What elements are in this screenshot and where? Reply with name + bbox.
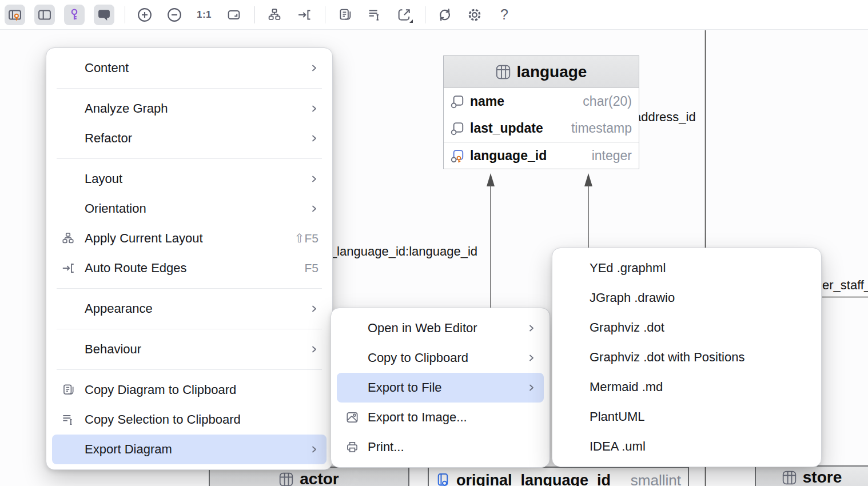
apply-layout-button[interactable] bbox=[264, 5, 285, 25]
column-row-original-language-id[interactable]: original_language_id smallint bbox=[429, 468, 688, 486]
layout-hierarchy-icon bbox=[266, 7, 282, 23]
menu-item-label: Copy Diagram to Clipboard bbox=[85, 383, 236, 397]
export-format-submenu: YEd .graphml JGraph .drawio Graphviz .do… bbox=[552, 248, 822, 467]
menu-item-refactor[interactable]: Refactor bbox=[52, 124, 327, 153]
menu-item-open-in-web-editor[interactable]: Open in Web Editor bbox=[337, 313, 544, 343]
menu-item-idea-uml[interactable]: IDEA .uml bbox=[558, 432, 815, 461]
menu-item-label: Export to File bbox=[368, 380, 442, 395]
menu-separator bbox=[57, 288, 322, 289]
menu-item-mermaid-md[interactable]: Mermaid .md bbox=[558, 372, 815, 402]
menu-item-label: Open in Web Editor bbox=[368, 321, 477, 336]
refresh-icon bbox=[436, 6, 453, 23]
column-name: name bbox=[470, 94, 504, 109]
menu-item-copy-diagram-to-clipboard[interactable]: Copy Diagram to Clipboard bbox=[52, 375, 327, 405]
dropdown-indicator-icon bbox=[409, 19, 413, 23]
menu-item-print[interactable]: Print... bbox=[337, 432, 544, 462]
menu-item-appearance[interactable]: Appearance bbox=[52, 294, 327, 324]
menu-item-behaviour[interactable]: Behaviour bbox=[52, 334, 327, 364]
menu-item-graphviz-dot-with-positions[interactable]: Graphviz .dot with Positions bbox=[558, 342, 815, 372]
zoom-in-icon bbox=[136, 6, 153, 23]
menu-item-label: Analyze Graph bbox=[85, 101, 168, 116]
submenu-chevron-icon bbox=[527, 353, 536, 362]
toolbar-separator bbox=[325, 6, 325, 23]
refresh-button[interactable] bbox=[435, 5, 455, 25]
edge-label-staff: er_staff_ bbox=[822, 278, 868, 293]
table-header-actor[interactable]: actor bbox=[210, 468, 408, 486]
help-button[interactable]: ? bbox=[494, 5, 515, 25]
table-node-language[interactable]: language name char(20) last_update times… bbox=[443, 55, 639, 169]
table-header-store[interactable]: store bbox=[756, 467, 868, 486]
menu-item-layout[interactable]: Layout bbox=[52, 164, 327, 194]
menu-item-jgraph-drawio[interactable]: JGraph .drawio bbox=[558, 283, 815, 313]
menu-separator bbox=[57, 369, 322, 370]
menu-item-label: Apply Current Layout bbox=[85, 231, 203, 246]
menu-item-label: Orientation bbox=[85, 201, 146, 216]
table-node-store[interactable]: store bbox=[755, 465, 868, 486]
fit-content-button[interactable] bbox=[224, 5, 244, 25]
column-row-name[interactable]: name char(20) bbox=[444, 88, 639, 115]
menu-item-auto-route-edges[interactable]: Auto Route Edges F5 bbox=[52, 253, 327, 283]
export-button[interactable] bbox=[394, 5, 415, 25]
menu-item-content[interactable]: Content bbox=[52, 53, 327, 83]
submenu-chevron-icon bbox=[309, 204, 318, 213]
menu-item-shortcut: ⇧F5 bbox=[294, 232, 318, 245]
menu-item-analyze-graph[interactable]: Analyze Graph bbox=[52, 94, 327, 124]
menu-item-copy-to-clipboard[interactable]: Copy to Clipboard bbox=[337, 343, 544, 373]
menu-item-graphviz-dot[interactable]: Graphviz .dot bbox=[558, 313, 815, 342]
submenu-chevron-icon bbox=[309, 345, 318, 354]
primary-key-column-icon bbox=[451, 149, 465, 163]
menu-item-export-to-image[interactable]: Export to Image... bbox=[337, 403, 544, 432]
submenu-chevron-icon bbox=[527, 383, 536, 392]
copy-icon bbox=[61, 383, 85, 397]
submenu-chevron-icon bbox=[309, 445, 318, 454]
menu-item-label: Behaviour bbox=[85, 342, 141, 357]
menu-item-label: Print... bbox=[368, 440, 404, 455]
menu-item-plantuml[interactable]: PlantUML bbox=[558, 402, 815, 432]
copy-icon bbox=[337, 7, 353, 23]
edge-label-address-id: address_id bbox=[634, 110, 696, 125]
key-icon bbox=[66, 7, 82, 23]
submenu-chevron-icon bbox=[309, 134, 318, 143]
menu-item-orientation[interactable]: Orientation bbox=[52, 194, 327, 224]
export-diagram-submenu: Open in Web Editor Copy to Clipboard Exp… bbox=[331, 308, 550, 468]
route-edges-icon bbox=[296, 7, 312, 23]
menu-item-label: Copy to Clipboard bbox=[368, 350, 468, 365]
fit-content-icon bbox=[226, 7, 242, 23]
diagram-toolbar: 1:1 bbox=[0, 0, 868, 30]
menu-item-copy-selection-to-clipboard[interactable]: Copy Selection to Clipboard bbox=[52, 405, 327, 435]
toolbar-separator bbox=[254, 6, 255, 23]
menu-item-export-to-file[interactable]: Export to File bbox=[337, 373, 544, 403]
show-comments-toggle-button[interactable] bbox=[94, 5, 114, 25]
settings-button[interactable] bbox=[464, 5, 485, 25]
menu-item-label: Graphviz .dot bbox=[590, 320, 664, 335]
menu-item-label: Layout bbox=[85, 172, 122, 186]
submenu-chevron-icon bbox=[527, 324, 536, 333]
auto-route-edges-button[interactable] bbox=[294, 5, 314, 25]
menu-item-label: Mermaid .md bbox=[590, 380, 663, 395]
zoom-out-button[interactable] bbox=[164, 5, 185, 25]
actual-size-button[interactable]: 1:1 bbox=[194, 5, 214, 25]
menu-separator bbox=[57, 329, 322, 329]
zoom-in-button[interactable] bbox=[134, 5, 155, 25]
menu-item-apply-current-layout[interactable]: Apply Current Layout ⇧F5 bbox=[52, 224, 327, 253]
column-icon bbox=[451, 121, 465, 136]
actual-size-label: 1:1 bbox=[197, 9, 212, 21]
column-row-language-id[interactable]: language_id integer bbox=[444, 142, 639, 169]
menu-item-label: Auto Route Edges bbox=[85, 261, 187, 276]
copy-selection-button[interactable] bbox=[364, 5, 385, 25]
split-view-toggle-button[interactable] bbox=[34, 5, 55, 25]
copy-diagram-button[interactable] bbox=[335, 5, 355, 25]
column-row-last-update[interactable]: last_update timestamp bbox=[444, 115, 639, 142]
diagram-editor-window: { "toolbar": { "zoom_reset_label": "1:1"… bbox=[0, 0, 868, 486]
menu-item-label: YEd .graphml bbox=[590, 261, 666, 276]
menu-item-export-diagram[interactable]: Export Diagram bbox=[52, 435, 327, 464]
menu-item-yed-graphml[interactable]: YEd .graphml bbox=[558, 253, 815, 283]
show-columns-toggle-button[interactable] bbox=[5, 5, 25, 25]
edge-label-language-fk: l_language_id:language_id bbox=[327, 244, 477, 259]
copy-selection-icon bbox=[61, 412, 85, 427]
show-keys-toggle-button[interactable] bbox=[64, 5, 85, 25]
menu-item-shortcut: F5 bbox=[304, 261, 318, 275]
table-node-film-partial[interactable]: original_language_id smallint bbox=[428, 467, 689, 486]
table-header-language[interactable]: language bbox=[444, 56, 639, 88]
split-panel-icon bbox=[37, 7, 53, 23]
